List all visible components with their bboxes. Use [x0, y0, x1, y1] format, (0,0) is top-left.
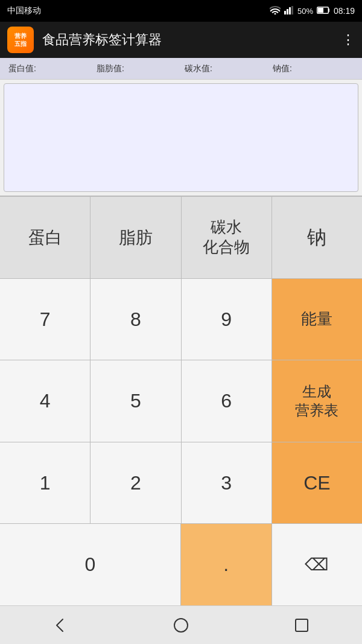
- carbs-label: 碳水值:: [181, 63, 269, 74]
- fat-label: 脂肪值:: [93, 63, 181, 74]
- key-2[interactable]: 2: [91, 442, 181, 524]
- key-energy[interactable]: 能量: [272, 279, 362, 360]
- status-bar: 中国移动 50% 08:19: [0, 0, 362, 22]
- key-5[interactable]: 5: [91, 360, 181, 442]
- app-title: 食品营养标签计算器: [42, 31, 333, 49]
- key-ce[interactable]: CE: [272, 442, 362, 524]
- key-3[interactable]: 3: [182, 442, 272, 524]
- battery-icon: [317, 7, 330, 16]
- key-protein[interactable]: 蛋白: [0, 197, 91, 278]
- key-8[interactable]: 8: [91, 279, 181, 360]
- key-carbs[interactable]: 碳水化合物: [182, 197, 272, 278]
- svg-point-6: [174, 619, 188, 632]
- app-logo: 营养五指: [7, 27, 34, 53]
- sodium-label: 钠值:: [269, 63, 357, 74]
- carrier-text: 中国移动: [7, 5, 41, 16]
- battery-percent: 50%: [297, 7, 313, 16]
- key-backspace[interactable]: ⌫: [272, 524, 363, 605]
- row-456: 4 5 6 生成营养表: [0, 360, 362, 442]
- wifi-icon: [270, 6, 281, 16]
- back-button[interactable]: [42, 613, 78, 637]
- keyboard: 蛋白 脂肪 碳水化合物 钠 7 8 9 能量 4 5 6 生成营养表 1 2 3…: [0, 196, 362, 605]
- key-4[interactable]: 4: [0, 360, 91, 442]
- key-fat[interactable]: 脂肪: [91, 197, 181, 278]
- menu-icon[interactable]: ⋮: [341, 33, 355, 46]
- svg-rect-7: [296, 619, 308, 631]
- protein-label: 蛋白值:: [5, 63, 93, 74]
- display-area: [4, 83, 358, 192]
- nav-bar: [0, 605, 362, 644]
- info-bar: 蛋白值: 脂肪值: 碳水值: 钠值:: [0, 58, 362, 80]
- svg-rect-0: [284, 11, 286, 14]
- home-button[interactable]: [163, 613, 199, 637]
- status-right: 50% 08:19: [270, 6, 355, 16]
- key-sodium[interactable]: 钠: [272, 197, 362, 278]
- row-789: 7 8 9 能量: [0, 279, 362, 361]
- svg-rect-5: [318, 8, 323, 13]
- signal-icon: [284, 6, 294, 16]
- svg-rect-3: [291, 6, 293, 14]
- key-9[interactable]: 9: [182, 279, 272, 360]
- key-1[interactable]: 1: [0, 442, 91, 524]
- time-text: 08:19: [334, 6, 355, 16]
- recents-button[interactable]: [284, 613, 320, 637]
- row-0: 0 . ⌫: [0, 524, 362, 605]
- key-dot[interactable]: .: [181, 524, 272, 605]
- key-7[interactable]: 7: [0, 279, 91, 360]
- svg-rect-1: [287, 9, 288, 14]
- app-bar: 营养五指 食品营养标签计算器 ⋮: [0, 22, 362, 58]
- key-6[interactable]: 6: [182, 360, 272, 442]
- key-0[interactable]: 0: [0, 524, 181, 605]
- key-generate[interactable]: 生成营养表: [272, 360, 362, 442]
- category-row: 蛋白 脂肪 碳水化合物 钠: [0, 197, 362, 279]
- svg-rect-2: [289, 7, 291, 14]
- row-123: 1 2 3 CE: [0, 442, 362, 524]
